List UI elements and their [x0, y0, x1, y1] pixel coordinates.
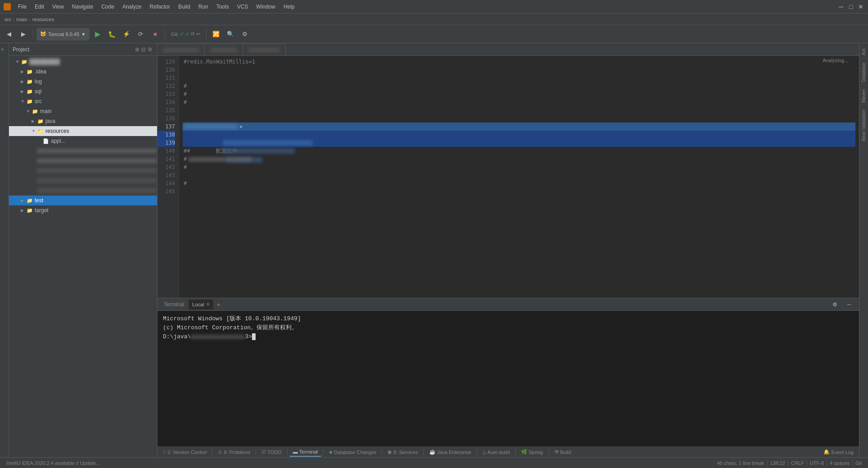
event-log-button[interactable]: 🔔 Event Log [820, 448, 857, 457]
tree-log-item[interactable]: ▶ 📁 log [9, 77, 157, 86]
java-enterprise-button[interactable]: ☕ Java Enterprise [426, 448, 475, 457]
line-separator[interactable]: CRLF [788, 460, 807, 466]
tree-sql-item[interactable]: ▶ 📁 sql [9, 86, 157, 96]
editor-tab-blurred-3[interactable] [243, 44, 286, 55]
breadcrumb-resources[interactable]: resources [32, 17, 54, 22]
database-panel-label[interactable]: Database [860, 59, 867, 86]
breadcrumb-main[interactable]: main [16, 17, 27, 22]
tree-resources-item[interactable]: ▼ 📁 resources [9, 126, 157, 136]
minimize-button[interactable]: ─ [837, 3, 845, 10]
menu-help[interactable]: Help [280, 2, 298, 11]
services-label: 8: Services [393, 450, 418, 455]
project-settings-button[interactable]: ⚙ [147, 45, 153, 54]
menu-window[interactable]: Window [252, 2, 279, 11]
auto-build-button[interactable]: △ Auto-build [479, 448, 513, 457]
menu-analyze[interactable]: Analyze [119, 2, 145, 11]
tree-yml-item[interactable]: 📄 appl... [9, 136, 157, 146]
maven-panel-label[interactable]: Maven [860, 86, 867, 106]
code-line-129: #redis.MaxWaitMillis=1 [183, 58, 855, 66]
menu-view[interactable]: View [49, 2, 67, 11]
tree-arrow-resources: ▼ [31, 129, 37, 133]
resources-folder-icon: 📁 [37, 128, 44, 134]
debug-button[interactable]: 🐛 [106, 28, 118, 41]
project-add-button[interactable]: ⊕ [134, 45, 140, 54]
tree-idea-item[interactable]: ▶ 📁 .idea [9, 67, 157, 77]
ant-panel-label[interactable]: Ant [860, 45, 867, 59]
position-label: 138:22 [770, 460, 785, 466]
problems-button[interactable]: ⚠ 6: Problems [214, 448, 254, 457]
menu-refactor[interactable]: Refactor [146, 2, 174, 11]
settings-button[interactable]: ⚙ [238, 28, 251, 41]
git-check-icon-1: ✓ [180, 31, 184, 37]
target-label: target [35, 207, 49, 214]
navigate-forward-button[interactable]: ▶ [17, 28, 30, 41]
services-button[interactable]: ◉ 8: Services [384, 448, 421, 457]
tree-item-5e[interactable] [9, 186, 157, 195]
search-everywhere-button[interactable]: 🔍 [224, 28, 237, 41]
vcs-button[interactable]: 🔀 [210, 28, 222, 41]
tree-item-5d[interactable] [9, 176, 157, 186]
src-folder-icon: 📁 [26, 98, 33, 105]
bean-validation-panel-label[interactable]: Bean Validation [860, 106, 867, 145]
crlf-label: CRLF [791, 460, 804, 466]
menu-build[interactable]: Build [175, 2, 194, 11]
build-button[interactable]: ⚒ Build [551, 448, 575, 457]
tree-test-item[interactable]: ▶ 📁 test [9, 195, 157, 205]
tree-item-5b[interactable] [9, 156, 157, 166]
tomcat-config-button[interactable]: 🐱 Tomcat 9.0.45 ▼ [36, 28, 90, 41]
db-changes-button[interactable]: ◈ Database Changes [325, 448, 380, 457]
run-button[interactable]: ▶ [91, 28, 104, 41]
project-title: Project [13, 46, 134, 53]
cursor-position[interactable]: 138:22 [767, 460, 788, 466]
code-line-134: # [183, 98, 855, 106]
menu-edit[interactable]: Edit [31, 2, 48, 11]
tree-item-5a[interactable] [9, 146, 157, 156]
terminal-local-tab[interactable]: Local ✕ [189, 300, 213, 309]
terminal-tab-close[interactable]: ✕ [206, 302, 210, 307]
project-collapse-button[interactable]: ⊟ [140, 45, 147, 54]
stop-button[interactable]: ■ [149, 28, 162, 41]
coverage-button[interactable]: ⚡ [120, 28, 133, 41]
spring-button[interactable]: 🌿 Spring [517, 448, 547, 457]
terminal-settings-button[interactable]: ⚙ [828, 298, 841, 311]
version-control-button[interactable]: ⑂ 2: Version Control [159, 448, 210, 457]
navigate-back-button[interactable]: ◀ [3, 28, 15, 41]
update-notification[interactable]: IntelliJ IDEA 2020.2.4 available // Upda… [4, 458, 103, 468]
indent-setting[interactable]: 4 spaces [827, 460, 852, 466]
spring-label: Spring [529, 450, 543, 455]
terminal-add-button[interactable]: + [215, 301, 222, 308]
todo-button[interactable]: ☑ TODO [258, 448, 285, 457]
close-button[interactable]: ✕ [857, 3, 864, 10]
editor-tab-blurred-1[interactable] [157, 44, 205, 55]
code-content[interactable]: #redis.MaxWaitMillis=1 # # # ✕ [179, 56, 859, 298]
git-branch[interactable]: Git [853, 460, 864, 466]
menu-run[interactable]: Run [195, 2, 212, 11]
tool-sep-2 [256, 449, 256, 455]
tree-src-item[interactable]: ▼ 📁 src [9, 96, 157, 106]
terminal-minimize-button[interactable]: ─ [843, 298, 855, 311]
tree-target-item[interactable]: ▶ 📁 target [9, 205, 157, 215]
project-icon[interactable]: P [0, 45, 9, 53]
git-history-icon[interactable]: ⟳ [191, 31, 195, 37]
tree-main-item[interactable]: ▼ 📁 main [9, 106, 157, 116]
profile-button[interactable]: ⟳ [135, 28, 147, 41]
menu-vcs[interactable]: VCS [234, 2, 252, 11]
breadcrumb-src[interactable]: src [4, 17, 11, 22]
menu-file[interactable]: File [14, 2, 30, 11]
maximize-button[interactable]: □ [847, 3, 855, 10]
menu-tools[interactable]: Tools [213, 2, 233, 11]
terminal-content[interactable]: Microsoft Windows [版本 10.0.19043.1949] (… [157, 311, 859, 446]
terminal-button[interactable]: ▬ Terminal [289, 448, 322, 457]
encoding[interactable]: UTF-8 [807, 460, 827, 466]
toolbar-sep-2 [165, 30, 165, 39]
chars-count[interactable]: 46 chars, 1 line break [714, 460, 767, 466]
menu-navigate[interactable]: Navigate [68, 2, 97, 11]
terminal-line-3: D:\java\3> [163, 332, 854, 341]
menu-code[interactable]: Code [98, 2, 118, 11]
git-revert-icon[interactable]: ↩ [196, 31, 200, 37]
problems-icon: ⚠ [218, 449, 222, 455]
tree-root-item[interactable]: ▼ 📁 ████████ [9, 57, 157, 67]
tree-java-item[interactable]: ▶ 📁 java [9, 116, 157, 126]
tree-item-5c[interactable] [9, 166, 157, 176]
editor-tab-blurred-2[interactable] [205, 44, 243, 55]
